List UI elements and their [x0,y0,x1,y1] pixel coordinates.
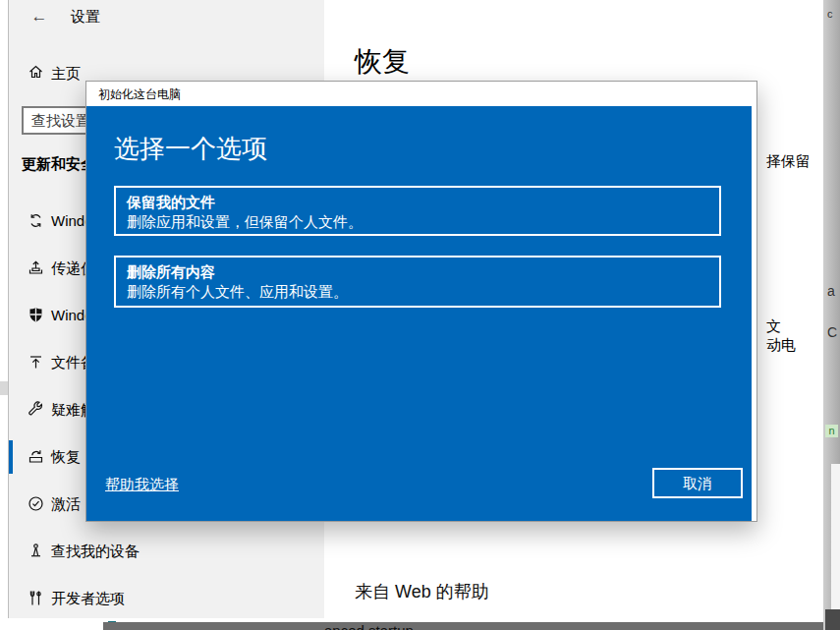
search-placeholder: 查找设置 [31,112,90,131]
dialog-title: 初始化这台电脑 [98,86,181,103]
page-title: 恢复 [355,43,410,81]
background-window-bottom-bar: anced startup [103,622,840,630]
sidebar-item-for-developers[interactable]: 开发者选项 [9,581,324,616]
back-button[interactable]: ← [27,4,52,29]
sidebar-item-label: 激活 [51,495,81,514]
dialog-heading: 选择一个选项 [114,132,267,166]
edge-text-fragment: C [827,324,837,340]
option-title: 删除所有内容 [127,262,708,282]
home-icon [28,64,44,81]
dialog-body: 选择一个选项 保留我的文件 删除应用和设置，但保留个人文件。 删除所有内容 删除… [86,106,752,521]
page-text-fragment: 动电 [766,336,796,355]
background-window-tab [0,381,8,395]
settings-titlebar: ← 设置 [9,0,324,33]
checkmark-circle-icon [28,495,44,512]
backup-icon [28,354,44,371]
edge-white-area [831,464,840,609]
background-text-fragment: anced startup [324,622,414,630]
edge-text-fragment: c [827,8,833,20]
delivery-icon [28,259,44,276]
app-title: 设置 [71,8,100,27]
background-window-left-edge [0,0,9,630]
option-description: 删除应用和设置，但保留个人文件。 [127,212,708,232]
sidebar-item-label: 查找我的设备 [51,543,140,561]
sync-icon [28,212,44,229]
page-text-fragment: 择保留 [766,152,811,171]
dialog-titlebar: 初始化这台电脑 [86,82,756,106]
sidebar-item-find-my-device[interactable]: 查找我的设备 [9,534,324,569]
option-keep-my-files[interactable]: 保留我的文件 删除应用和设置，但保留个人文件。 [114,186,721,236]
sidebar-item-label: 开发者选项 [51,590,125,608]
sidebar-item-label: 恢复 [51,448,81,467]
background-window-right-edge: c a C n [823,0,840,630]
option-remove-everything[interactable]: 删除所有内容 删除所有个人文件、应用和设置。 [114,256,721,308]
find-device-icon [28,543,44,559]
option-description: 删除所有个人文件、应用和设置。 [127,282,708,302]
option-title: 保留我的文件 [127,193,708,212]
shield-icon [28,307,44,323]
edge-green-badge: n [825,425,838,437]
reset-pc-dialog: 初始化这台电脑 选择一个选项 保留我的文件 删除应用和设置，但保留个人文件。 删… [85,81,757,522]
sidebar-section-title: 更新和安全 [22,155,95,174]
web-help-heading: 来自 Web 的帮助 [355,580,489,603]
sidebar-item-label: 主页 [51,65,81,84]
recovery-icon [28,448,44,465]
desktop-screenshot: ← 设置 主页 查找设置 更新和安全 [0,0,840,630]
edge-text-fragment: a [827,283,835,299]
cancel-button[interactable]: 取消 [652,468,743,498]
page-text-fragment: 文 [766,317,781,336]
wrench-icon [28,401,44,418]
developer-icon [28,590,44,606]
help-me-choose-link[interactable]: 帮助我选择 [105,476,179,494]
edge-dark-corner [825,609,840,630]
